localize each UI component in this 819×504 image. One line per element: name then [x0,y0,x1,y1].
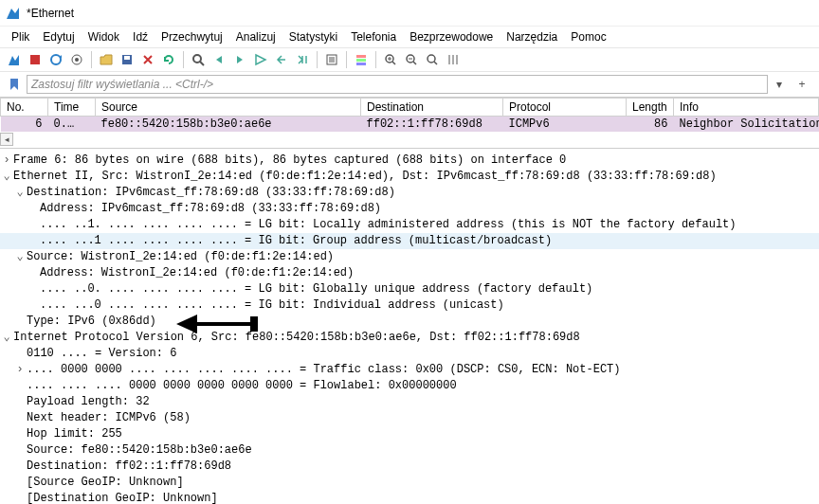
menu-wireless[interactable]: Bezprzewodowe [404,28,499,45]
restart-capture-icon[interactable] [47,51,64,68]
column-header-no[interactable]: No. [1,99,48,117]
svg-point-3 [75,58,79,62]
cell-no: 6 [1,117,48,133]
column-header-destination[interactable]: Destination [361,99,503,117]
ipv6-next-header[interactable]: Next header: ICMPv6 (58) [27,410,191,426]
menu-bar: Plik Edytuj Widok Idź Przechwytuj Analiz… [0,27,819,48]
column-header-length[interactable]: Length [627,99,674,117]
eth-dst-address[interactable]: Address: IPv6mcast_ff:78:69:d8 (33:33:ff… [40,201,381,217]
eth-dst-ig-bit[interactable]: .... ...1 .... .... .... .... = IG bit: … [40,233,552,249]
scroll-left-button[interactable]: ◂ [0,133,13,146]
menu-file[interactable]: Plik [6,28,35,45]
cell-source: fe80::5420:158b:b3e0:ae6e [96,117,361,133]
filter-add-button[interactable]: + [791,76,813,93]
ipv6-destination[interactable]: Destination: ff02::1:ff78:69d8 [27,459,231,475]
svg-point-16 [428,55,435,63]
column-header-source[interactable]: Source [96,99,361,117]
ipv6-payload-length[interactable]: Payload length: 32 [27,394,150,410]
stop-capture-icon[interactable] [27,51,44,68]
collapse-icon[interactable]: ⌄ [0,169,13,185]
open-file-icon[interactable] [98,51,115,68]
eth-src-address[interactable]: Address: WistronI_2e:14:ed (f0:de:f1:2e:… [40,265,354,281]
menu-tools[interactable]: Narzędzia [500,28,563,45]
svg-line-7 [200,62,204,65]
cell-protocol: ICMPv6 [503,117,627,133]
go-last-icon[interactable] [294,51,311,68]
zoom-in-icon[interactable] [382,51,399,68]
eth-type[interactable]: Type: IPv6 (0x86dd) [27,314,156,330]
collapse-icon[interactable]: ⌄ [13,249,27,265]
menu-analyze[interactable]: Analizuj [230,28,282,45]
go-back-icon[interactable] [210,51,228,68]
auto-scroll-icon[interactable] [323,51,340,68]
ipv6-destination-geoip[interactable]: [Destination GeoIP: Unknown] [27,491,218,504]
zoom-out-icon[interactable] [403,51,420,68]
svg-rect-0 [30,55,40,64]
wireshark-shark-fin-icon [6,6,21,21]
packet-details-pane: ›Frame 6: 86 bytes on wire (688 bits), 8… [0,148,819,504]
colorize-icon[interactable] [353,51,370,68]
go-first-icon[interactable] [273,51,290,68]
eth-src-ig-bit[interactable]: .... ...0 .... .... .... .... = IG bit: … [40,297,504,314]
display-filter-bar: ▾ + [0,72,819,98]
menu-edit[interactable]: Edytuj [37,28,80,45]
ipv6-source-geoip[interactable]: [Source GeoIP: Unknown] [27,475,184,491]
svg-point-6 [193,55,201,63]
title-bar: *Ethernet [0,0,819,27]
ethernet-summary[interactable]: Ethernet II, Src: WistronI_2e:14:ed (f0:… [13,169,717,185]
menu-view[interactable]: Widok [82,28,125,45]
column-header-info[interactable]: Info [674,99,819,117]
column-header-protocol[interactable]: Protocol [503,99,627,117]
frame-summary[interactable]: Frame 6: 86 bytes on wire (688 bits), 86… [13,153,566,169]
go-forward-icon[interactable] [231,51,248,68]
ipv6-traffic-class[interactable]: .... 0000 0000 .... .... .... .... .... … [27,362,621,378]
resize-columns-icon[interactable] [445,51,462,68]
save-file-icon[interactable] [118,51,136,68]
start-capture-icon[interactable] [6,51,23,68]
menu-capture[interactable]: Przechwytuj [155,28,228,45]
ipv6-flowlabel[interactable]: .... .... .... 0000 0000 0000 0000 0000 … [27,378,457,394]
eth-source[interactable]: Source: WistronI_2e:14:ed (f0:de:f1:2e:1… [27,249,334,265]
eth-src-lg-bit[interactable]: .... ..0. .... .... .... .... = LG bit: … [40,281,592,297]
column-header-time[interactable]: Time [48,99,96,117]
svg-line-15 [413,62,416,64]
menu-statistics[interactable]: Statystyki [283,28,343,45]
window-title: *Ethernet [27,7,74,20]
menu-go[interactable]: Idź [127,28,154,45]
close-file-icon[interactable] [139,51,156,68]
ipv6-source[interactable]: Source: fe80::5420:158b:b3e0:ae6e [27,442,252,459]
menu-help[interactable]: Pomoc [565,28,611,45]
packet-list-table: No. Time Source Destination Protocol Len… [0,98,819,132]
cell-length: 86 [627,117,674,133]
find-packet-icon[interactable] [190,51,207,68]
capture-options-icon[interactable] [68,51,85,68]
packet-row[interactable]: 6 0.… fe80::5420:158b:b3e0:ae6e ff02::1:… [1,117,819,133]
ipv6-summary[interactable]: Internet Protocol Version 6, Src: fe80::… [13,330,580,346]
cell-info: Neighbor Solicitation [674,117,819,133]
svg-rect-5 [124,56,130,60]
eth-destination[interactable]: Destination: IPv6mcast_ff:78:69:d8 (33:3… [27,185,395,201]
cell-time: 0.… [48,117,96,133]
main-toolbar [0,48,819,72]
ipv6-version[interactable]: 0110 .... = Version: 6 [27,346,176,362]
reload-icon[interactable] [160,51,177,68]
zoom-reset-icon[interactable] [424,51,441,68]
go-to-packet-icon[interactable] [252,51,269,68]
svg-line-13 [392,62,395,64]
expand-icon[interactable]: › [13,362,27,378]
svg-rect-10 [356,59,366,62]
filter-expression-button[interactable]: ▾ [768,76,791,93]
expand-icon[interactable]: › [0,153,13,169]
svg-point-1 [51,55,61,64]
collapse-icon[interactable]: ⌄ [0,330,13,346]
eth-dst-lg-bit[interactable]: .... ..1. .... .... .... .... = LG bit: … [40,217,737,233]
ipv6-hop-limit[interactable]: Hop limit: 255 [27,426,122,442]
filter-bookmark-icon[interactable] [6,76,23,93]
menu-telephony[interactable]: Telefonia [345,28,402,45]
display-filter-input[interactable] [27,75,768,94]
collapse-icon[interactable]: ⌄ [13,185,27,201]
svg-line-17 [434,62,437,64]
svg-rect-9 [356,55,366,58]
svg-rect-11 [356,63,366,65]
cell-destination: ff02::1:ff78:69d8 [361,117,503,133]
